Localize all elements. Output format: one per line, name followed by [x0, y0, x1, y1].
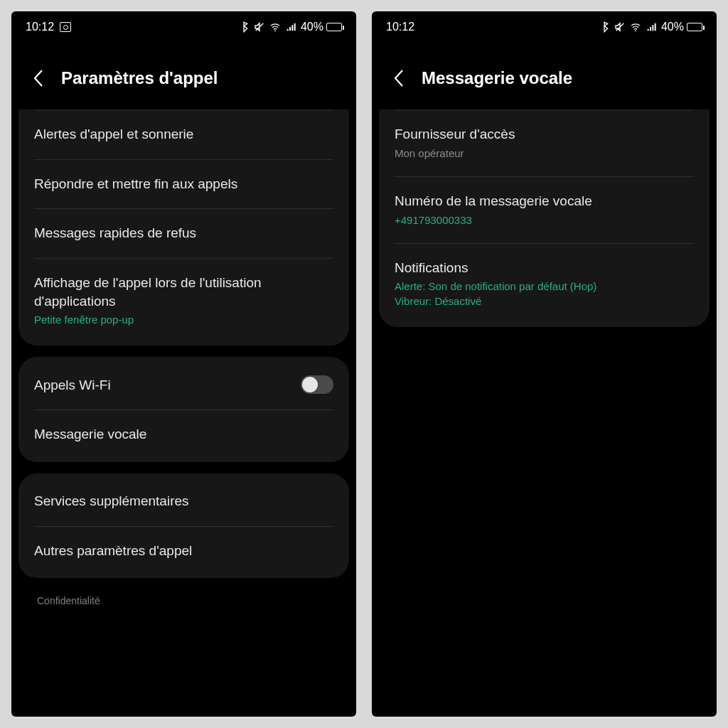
svg-point-0 [274, 30, 276, 31]
signal-icon [285, 21, 296, 33]
status-right: 40% [238, 21, 342, 33]
row-voicemail-number[interactable]: Numéro de la messagerie vocale +49179300… [379, 176, 710, 243]
row-quick-decline[interactable]: Messages rapides de refus [18, 208, 349, 258]
row-call-display[interactable]: Affichage de l'appel lors de l'utilisati… [18, 258, 349, 343]
status-bar: 10:12 40% [372, 11, 717, 43]
clock: 10:12 [26, 21, 54, 33]
back-button[interactable] [28, 68, 48, 88]
row-label: Messages rapides de refus [34, 224, 333, 242]
row-label: Autres paramètres d'appel [34, 542, 333, 560]
mute-icon [254, 21, 265, 33]
screen-title: Paramètres d'appel [61, 68, 218, 88]
row-subtext: +491793000333 [395, 213, 694, 228]
status-bar: 10:12 40% [11, 11, 356, 43]
row-answer-end[interactable]: Répondre et mettre fin aux appels [18, 159, 349, 209]
screen-title: Messagerie vocale [422, 68, 572, 88]
back-icon [33, 69, 44, 87]
screen-header: Messagerie vocale [372, 43, 717, 109]
signal-icon [646, 21, 657, 33]
row-label: Alertes d'appel et sonnerie [34, 125, 333, 144]
row-subtext: Alerte: Son de notification par défaut (… [395, 279, 694, 309]
back-button[interactable] [389, 68, 409, 88]
battery-indicator: 40% [301, 21, 342, 33]
settings-group-3: Services supplémentaires Autres paramètr… [18, 473, 349, 578]
settings-group-2: Appels Wi-Fi Messagerie vocale [18, 357, 349, 462]
row-subtext: Mon opérateur [395, 146, 694, 161]
voicemail-group: Fournisseur d'accès Mon opérateur Numéro… [379, 109, 710, 327]
row-subtext: Petite fenêtre pop-up [34, 313, 333, 327]
row-call-alerts[interactable]: Alertes d'appel et sonnerie [18, 109, 349, 159]
row-label: Appels Wi-Fi [34, 376, 301, 395]
row-label: Messagerie vocale [34, 425, 333, 444]
row-label: Notifications [395, 259, 694, 277]
wifi-icon [269, 21, 281, 33]
row-notifications[interactable]: Notifications Alerte: Son de notificatio… [379, 243, 710, 324]
wifi-icon [630, 21, 641, 33]
wifi-calling-toggle[interactable] [301, 375, 333, 394]
battery-text: 40% [661, 21, 684, 33]
row-label: Répondre et mettre fin aux appels [34, 175, 333, 193]
back-icon [393, 69, 405, 87]
settings-group-1: Alertes d'appel et sonnerie Répondre et … [18, 109, 349, 346]
mute-icon [614, 21, 626, 33]
row-label: Fournisseur d'accès [395, 125, 694, 144]
screen-header: Paramètres d'appel [11, 43, 356, 109]
settings-content: Alertes d'appel et sonnerie Répondre et … [11, 109, 356, 614]
row-wifi-calling[interactable]: Appels Wi-Fi [18, 360, 349, 410]
battery-icon [326, 23, 342, 31]
row-label: Affichage de l'appel lors de l'utilisati… [34, 274, 333, 310]
status-left: 10:12 [26, 21, 71, 33]
phone-call-settings: 10:12 40% Paramètres d'appel Alertes d'a… [11, 11, 356, 717]
svg-point-1 [635, 30, 636, 31]
gallery-icon [60, 22, 71, 32]
battery-indicator: 40% [661, 21, 702, 33]
row-supplementary[interactable]: Services supplémentaires [18, 476, 349, 526]
footer-privacy[interactable]: Confidentialité [18, 589, 349, 606]
phone-voicemail: 10:12 40% Messagerie vocale Fournisseur … [372, 11, 717, 717]
row-voicemail[interactable]: Messagerie vocale [18, 410, 349, 459]
status-right: 40% [599, 21, 702, 33]
status-left: 10:12 [386, 21, 414, 33]
battery-text: 40% [301, 21, 323, 33]
bluetooth-icon [238, 21, 250, 33]
row-other-settings[interactable]: Autres paramètres d'appel [18, 526, 349, 576]
row-provider[interactable]: Fournisseur d'accès Mon opérateur [379, 109, 710, 176]
battery-icon [687, 23, 702, 31]
row-label: Services supplémentaires [34, 492, 333, 510]
clock: 10:12 [386, 21, 414, 33]
bluetooth-icon [599, 21, 610, 33]
voicemail-content: Fournisseur d'accès Mon opérateur Numéro… [372, 109, 717, 334]
row-label: Numéro de la messagerie vocale [395, 192, 694, 210]
